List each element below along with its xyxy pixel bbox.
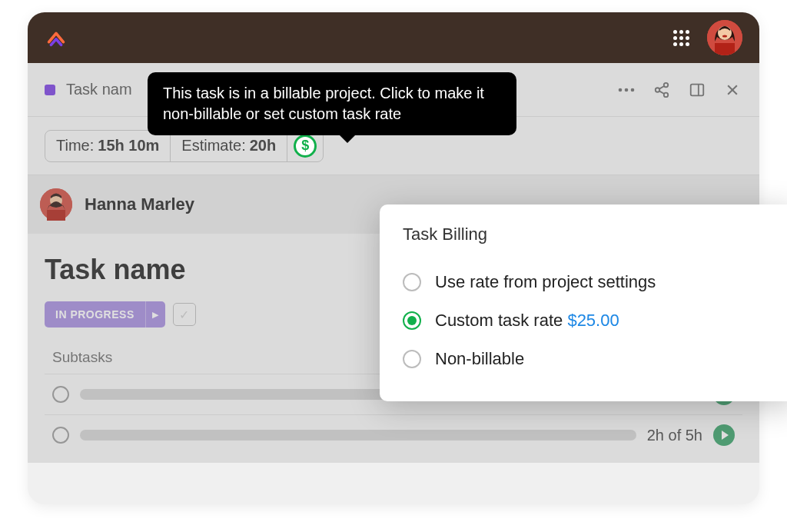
option-label: Non-billable — [435, 349, 524, 369]
task-billing-popover: Task Billing Use rate from project setti… — [380, 204, 787, 401]
option-rate: $25.00 — [563, 311, 619, 330]
assignee-avatar[interactable] — [40, 188, 72, 221]
billing-option[interactable]: Non-billable — [403, 340, 772, 378]
tooltip-text: This task is in a billable project. Clic… — [163, 85, 484, 122]
apps-grid-icon[interactable] — [672, 28, 690, 47]
subtask-status-icon[interactable] — [52, 386, 69, 403]
close-icon[interactable] — [722, 80, 742, 100]
svg-rect-19 — [47, 210, 65, 221]
status-label: IN PROGRESS — [45, 308, 145, 321]
svg-point-5 — [619, 88, 623, 91]
app-logo-icon[interactable] — [45, 26, 68, 49]
user-avatar[interactable] — [707, 20, 742, 55]
billing-option[interactable]: Custom task rate $25.00 — [403, 301, 772, 340]
share-icon[interactable] — [652, 80, 672, 100]
complete-checkbox[interactable]: ✓ — [173, 303, 196, 326]
radio-icon[interactable] — [403, 350, 421, 368]
svg-point-6 — [625, 88, 629, 91]
svg-point-10 — [664, 92, 669, 97]
estimate-label: Estimate: — [181, 137, 245, 155]
radio-icon[interactable] — [403, 273, 421, 291]
play-icon[interactable] — [713, 424, 735, 446]
dollar-icon[interactable]: $ — [294, 135, 317, 158]
svg-line-11 — [659, 85, 664, 88]
svg-line-12 — [659, 91, 664, 94]
popover-title: Task Billing — [403, 224, 772, 244]
billable-tooltip: This task is in a billable project. Clic… — [148, 72, 516, 135]
more-icon[interactable] — [616, 80, 636, 100]
estimate-value: 20h — [250, 137, 276, 155]
svg-rect-2 — [715, 43, 735, 55]
titlebar — [28, 12, 759, 63]
time-value: 15h 10m — [98, 137, 159, 155]
status-chip[interactable]: IN PROGRESS ▶ — [45, 301, 165, 328]
svg-point-8 — [664, 82, 669, 87]
svg-rect-13 — [691, 84, 704, 95]
status-next-icon[interactable]: ▶ — [145, 301, 165, 328]
breadcrumb-text[interactable]: Task nam — [66, 81, 132, 98]
svg-point-9 — [656, 88, 660, 92]
subtask-row[interactable]: 2h of 5h — [45, 414, 742, 455]
subtask-status-icon[interactable] — [52, 427, 69, 444]
panel-icon[interactable] — [687, 80, 707, 100]
subtask-title-placeholder — [80, 430, 636, 441]
radio-icon[interactable] — [403, 311, 421, 330]
svg-point-7 — [631, 88, 635, 91]
option-label: Custom task rate $25.00 — [435, 311, 619, 331]
billing-option[interactable]: Use rate from project settings — [403, 263, 772, 301]
time-tracked-metric[interactable]: Time: 15h 10m — [45, 131, 170, 161]
time-label: Time: — [56, 137, 94, 155]
subtask-time: 2h of 5h — [647, 427, 702, 444]
option-label: Use rate from project settings — [435, 272, 656, 292]
project-color-icon — [45, 85, 55, 95]
svg-point-4 — [722, 35, 727, 38]
assignee-name: Hanna Marley — [85, 195, 194, 214]
